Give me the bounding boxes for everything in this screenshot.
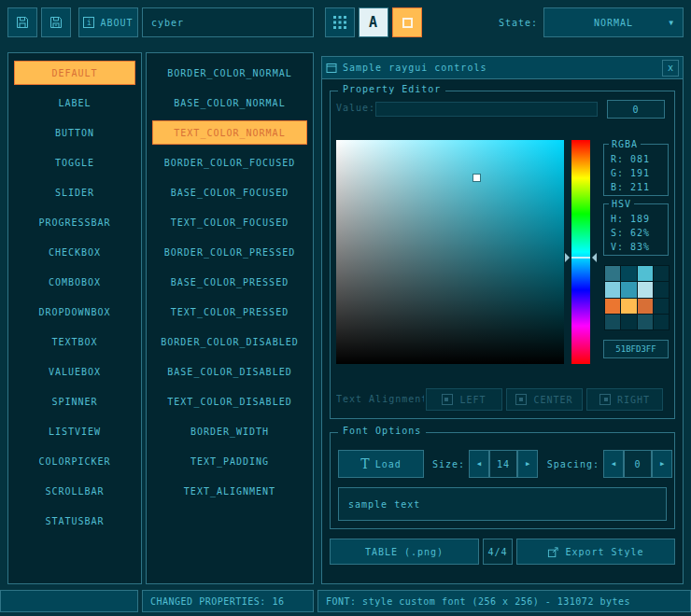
controls-list-item[interactable]: SPINNER [14,389,135,413]
align-left-icon [442,394,453,405]
chevron-down-icon: ▼ [669,19,673,27]
spacing-decrement-button[interactable]: ◀ [603,450,624,478]
controls-list-item[interactable]: SCROLLBAR [14,479,135,503]
align-right-label: RIGHT [617,395,650,405]
rgba-green-value: G: 191 [611,166,661,180]
rgba-label: RGBA [609,137,641,151]
properties-list-item[interactable]: TEXT_COLOR_PRESSED [152,300,307,324]
color-swatch[interactable] [605,299,620,314]
controls-list-item[interactable]: BUTTON [14,120,135,145]
export-style-label: Export Style [565,547,643,557]
controls-list-item[interactable]: LABEL [14,91,135,115]
state-dropdown-value: NORMAL [594,18,633,28]
page-indicator: 4/4 [483,539,513,565]
controls-list-item[interactable]: TEXTBOX [14,329,135,354]
color-swatch[interactable] [638,315,653,329]
export-table-png-button[interactable]: TABLE (.png) [330,539,479,565]
properties-list-item[interactable]: TEXT_PADDING [152,449,307,473]
statusbar-left [0,590,138,612]
properties-list-item[interactable]: TEXT_COLOR_DISABLED [152,389,307,413]
spacing-increment-button[interactable]: ▶ [652,450,672,478]
font-spacing-value[interactable]: 0 [624,450,652,478]
color-swatch[interactable] [605,315,620,329]
save-style-button[interactable] [7,7,37,37]
controls-list-item[interactable]: LISTVIEW [14,419,135,443]
controls-list-item[interactable]: SLIDER [14,180,135,204]
color-swatch[interactable] [621,315,636,329]
close-icon[interactable]: x [662,60,679,77]
size-increment-button[interactable]: ▶ [517,450,538,478]
color-swatch[interactable] [638,299,653,314]
properties-list-item[interactable]: TEXT_COLOR_NORMAL [152,120,307,145]
color-swatch[interactable] [621,299,636,314]
style-name-input[interactable] [142,7,314,37]
color-picker-panel[interactable] [336,140,564,364]
color-swatch[interactable] [654,266,669,281]
about-button-label: ABOUT [100,18,133,28]
value-label: Value: [336,103,375,113]
value-box[interactable]: 0 [607,100,665,119]
chevron-left-icon: ◀ [477,460,481,468]
align-right-button[interactable]: RIGHT [586,388,663,411]
hue-slider[interactable] [571,140,590,364]
color-swatch[interactable] [654,315,669,329]
properties-list-item[interactable]: BORDER_WIDTH [152,419,307,443]
align-left-button[interactable]: LEFT [426,388,502,411]
controls-list-item[interactable]: DEFAULT [14,61,135,85]
controls-list-item[interactable]: PROGRESSBAR [14,210,135,234]
property-editor-group: Property Editor Value: 0 RGBA R: 081 G: … [330,91,675,419]
font-atlas-button[interactable]: A [359,7,388,37]
size-decrement-button[interactable]: ◀ [469,450,489,478]
properties-list-item[interactable]: BORDER_COLOR_NORMAL [152,61,307,85]
color-swatch[interactable] [654,282,669,297]
color-swatch[interactable] [605,266,620,281]
properties-list-item[interactable]: TEXT_ALIGNMENT [152,479,307,503]
color-swatch[interactable] [638,282,653,297]
controls-list-item[interactable]: CHECKBOX [14,240,135,264]
controls-list-item[interactable]: COLORPICKER [14,449,135,473]
about-button[interactable]: i ABOUT [78,7,138,37]
statusbar-changed-properties: CHANGED PROPERTIES: 16 [142,590,314,612]
properties-list-item[interactable]: BASE_COLOR_FOCUSED [152,180,307,204]
properties-list-item[interactable]: BASE_COLOR_DISABLED [152,359,307,384]
style-table-button[interactable] [392,7,422,37]
properties-list: BORDER_COLOR_NORMAL BASE_COLOR_NORMAL TE… [146,52,314,584]
table-view-icon [402,18,413,28]
controls-list-item[interactable]: VALUEBOX [14,359,135,384]
controls-list-item[interactable]: COMBOBOX [14,270,135,294]
grid-icon [333,16,346,29]
hsv-readout: HSV H: 189 S: 62% V: 83% [603,203,669,256]
color-picker-cursor[interactable] [473,175,480,181]
window-titlebar[interactable]: Sample raygui controls x [322,57,683,79]
hex-color-input[interactable]: 51BFD3FF [603,340,669,358]
state-dropdown[interactable]: NORMAL ▼ [543,7,684,37]
value-slider[interactable] [375,102,598,117]
sample-text-input[interactable]: sample text [338,487,667,521]
color-swatch[interactable] [605,282,620,297]
properties-list-item[interactable]: BASE_COLOR_NORMAL [152,91,307,115]
properties-list-item[interactable]: BORDER_COLOR_PRESSED [152,240,307,264]
controls-list-item[interactable]: DROPDOWNBOX [14,300,135,324]
color-swatch[interactable] [621,266,636,281]
save-file-button[interactable] [41,7,71,37]
color-swatch[interactable] [621,282,636,297]
font-options-label: Font Options [338,426,426,436]
color-swatch[interactable] [638,266,653,281]
properties-list-item[interactable]: BORDER_COLOR_FOCUSED [152,150,307,175]
export-style-button[interactable]: Export Style [516,539,675,565]
controls-list-item[interactable]: TOGGLE [14,150,135,175]
grid-view-button[interactable] [325,7,355,37]
rguistyler-app: i ABOUT A State: NORMAL ▼ DEFAULT LABEL … [0,0,691,616]
properties-list-item[interactable]: TEXT_COLOR_FOCUSED [152,210,307,234]
controls-list: DEFAULT LABEL BUTTON TOGGLE SLIDER PROGR… [7,52,142,584]
properties-list-item[interactable]: BASE_COLOR_PRESSED [152,270,307,294]
align-center-button[interactable]: CENTER [506,388,583,411]
controls-list-item[interactable]: STATUSBAR [14,509,135,533]
font-spacing-label: Spacing: [540,450,599,478]
font-size-value[interactable]: 14 [489,450,517,478]
color-swatch[interactable] [654,299,669,314]
align-right-icon [599,394,611,405]
hue-slider-cursor[interactable] [571,257,590,259]
properties-list-item[interactable]: BORDER_COLOR_DISABLED [152,329,307,354]
load-font-button[interactable]: T Load [338,450,424,478]
